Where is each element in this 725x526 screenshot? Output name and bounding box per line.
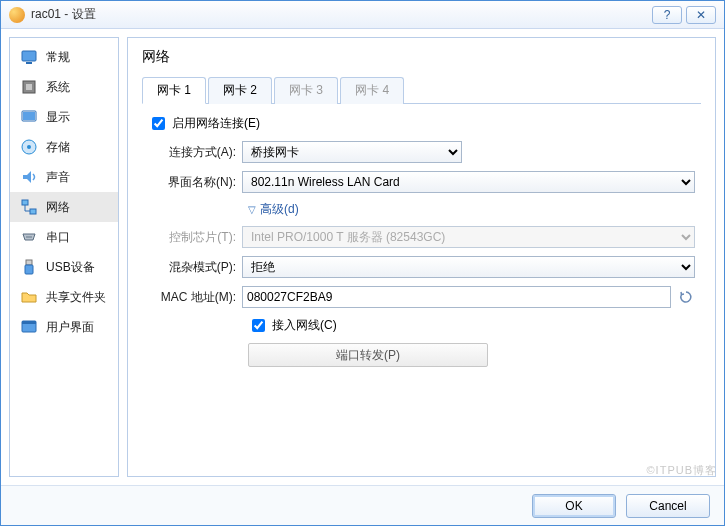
serial-icon [20,228,38,246]
sidebar-item-display[interactable]: 显示 [10,102,118,132]
enable-adapter-label: 启用网络连接(E) [172,115,260,132]
adapter-name-select[interactable]: 802.11n Wireless LAN Card [242,171,695,193]
svg-rect-14 [25,265,33,274]
chip-icon [20,78,38,96]
sidebar-item-general[interactable]: 常规 [10,42,118,72]
promiscuous-label: 混杂模式(P): [148,259,242,276]
svg-rect-8 [22,200,28,205]
cancel-button[interactable]: Cancel [626,494,710,518]
ok-button[interactable]: OK [532,494,616,518]
mac-input[interactable] [242,286,671,308]
chevron-down-icon: ▽ [248,204,256,215]
display-icon [20,108,38,126]
mac-label: MAC 地址(M): [148,289,242,306]
sidebar-item-ui[interactable]: 用户界面 [10,312,118,342]
adapter-name-label: 界面名称(N): [148,174,242,191]
svg-point-11 [28,236,30,238]
svg-rect-9 [30,209,36,214]
footer: OK Cancel [1,485,724,525]
sidebar-item-label: 共享文件夹 [46,289,106,306]
attached-to-label: 连接方式(A): [148,144,242,161]
advanced-toggle[interactable]: ▽ 高级(d) [248,201,299,218]
svg-rect-3 [26,84,32,90]
enable-adapter-checkbox[interactable]: 启用网络连接(E) [148,114,260,133]
cable-connected-input[interactable] [252,319,265,332]
help-button[interactable]: ? [652,6,682,24]
ui-icon [20,318,38,336]
sidebar-item-shared[interactable]: 共享文件夹 [10,282,118,312]
settings-window: rac01 - 设置 ? ✕ 常规 系统 显示 存储 声音 [0,0,725,526]
sidebar-item-label: 串口 [46,229,70,246]
svg-rect-13 [26,260,32,265]
sidebar-item-label: 存储 [46,139,70,156]
disk-icon [20,138,38,156]
svg-rect-1 [26,62,32,64]
attached-to-select[interactable]: 桥接网卡 [242,141,462,163]
sidebar-item-label: 用户界面 [46,319,94,336]
usb-icon [20,258,38,276]
svg-point-10 [26,236,28,238]
sidebar-item-label: 常规 [46,49,70,66]
app-icon [9,7,25,23]
svg-rect-0 [22,51,36,61]
cable-connected-label: 接入网线(C) [272,317,337,334]
cable-connected-checkbox[interactable]: 接入网线(C) [248,316,337,335]
sidebar: 常规 系统 显示 存储 声音 网络 [9,37,119,477]
titlebar: rac01 - 设置 ? ✕ [1,1,724,29]
main-panel: 网络 网卡 1 网卡 2 网卡 3 网卡 4 启用网络连接(E) 连接方式(A)… [127,37,716,477]
sidebar-item-system[interactable]: 系统 [10,72,118,102]
tab-adapter-2[interactable]: 网卡 2 [208,77,272,104]
adapter-form: 启用网络连接(E) 连接方式(A): 桥接网卡 界面名称(N): 802.11n… [142,104,701,373]
svg-point-12 [30,236,32,238]
enable-adapter-input[interactable] [152,117,165,130]
page-title: 网络 [142,48,701,66]
close-button[interactable]: ✕ [686,6,716,24]
sidebar-item-label: 声音 [46,169,70,186]
sidebar-item-label: 网络 [46,199,70,216]
svg-rect-5 [23,112,35,120]
sidebar-item-label: 显示 [46,109,70,126]
sidebar-item-storage[interactable]: 存储 [10,132,118,162]
tab-adapter-4[interactable]: 网卡 4 [340,77,404,104]
promiscuous-select[interactable]: 拒绝 [242,256,695,278]
speaker-icon [20,168,38,186]
adapter-type-label: 控制芯片(T): [148,229,242,246]
sidebar-item-network[interactable]: 网络 [10,192,118,222]
tab-adapter-3[interactable]: 网卡 3 [274,77,338,104]
sidebar-item-audio[interactable]: 声音 [10,162,118,192]
port-forwarding-button[interactable]: 端口转发(P) [248,343,488,367]
tabs: 网卡 1 网卡 2 网卡 3 网卡 4 [142,76,701,104]
window-title: rac01 - 设置 [31,6,648,23]
refresh-mac-icon[interactable] [677,288,695,306]
sidebar-item-label: 系统 [46,79,70,96]
network-icon [20,198,38,216]
adapter-type-select: Intel PRO/1000 T 服务器 (82543GC) [242,226,695,248]
sidebar-item-serial[interactable]: 串口 [10,222,118,252]
tab-adapter-1[interactable]: 网卡 1 [142,77,206,104]
svg-point-7 [27,145,31,149]
sidebar-item-label: USB设备 [46,259,95,276]
monitor-icon [20,48,38,66]
svg-rect-16 [22,321,36,324]
folder-icon [20,288,38,306]
sidebar-item-usb[interactable]: USB设备 [10,252,118,282]
